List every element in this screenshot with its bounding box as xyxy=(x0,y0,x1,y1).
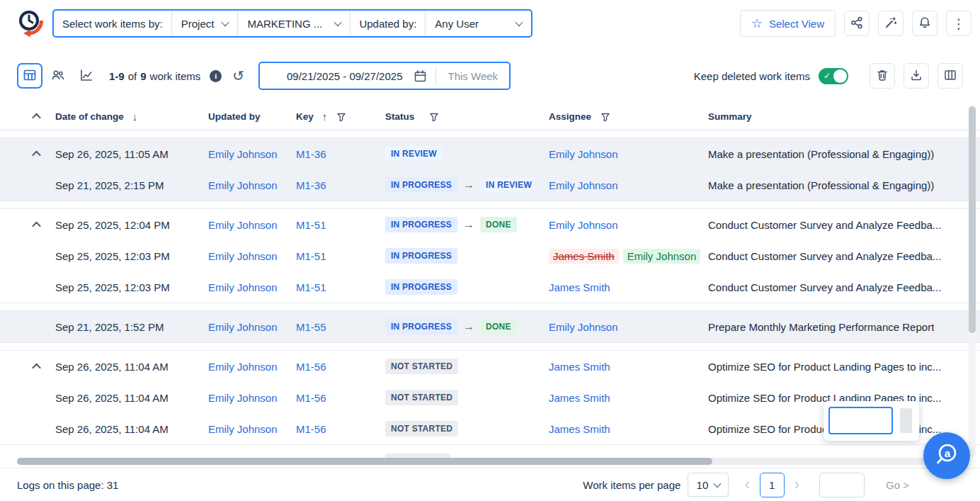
horizontal-scrollbar[interactable] xyxy=(17,458,960,465)
vertical-scrollbar[interactable] xyxy=(969,105,976,457)
project-dropdown[interactable]: MARKETING ... xyxy=(237,11,351,36)
download-icon xyxy=(910,69,923,84)
work-item-key-link[interactable]: M1-36 xyxy=(296,179,326,191)
current-page-button[interactable]: 1 xyxy=(760,473,785,497)
download-button[interactable] xyxy=(904,63,929,89)
updated-by-link[interactable]: Emily Johnson xyxy=(208,250,278,262)
filter-icon[interactable] xyxy=(429,112,439,122)
columns-icon xyxy=(944,69,957,84)
column-label: Summary xyxy=(708,111,752,122)
assignee-link[interactable]: James Smith xyxy=(549,361,610,373)
updated-by-link[interactable]: Emily Johnson xyxy=(208,148,278,160)
work-item-key-link[interactable]: M1-56 xyxy=(296,423,326,435)
row-group: Sep 21, 2025, 1:52 PMEmily JohnsonM1-55I… xyxy=(0,310,980,343)
cell-assignee: James SmithEmily Johnson xyxy=(549,249,708,264)
work-item-key-link[interactable]: M1-51 xyxy=(296,281,326,293)
share-button[interactable] xyxy=(844,11,870,36)
assignee-link[interactable]: Emily Johnson xyxy=(549,219,618,231)
updated-by-user-dropdown[interactable]: Any User xyxy=(425,11,531,36)
date-value: Sep 26, 2025, 11:05 AM xyxy=(55,148,169,160)
vertical-scrollbar-thumb[interactable] xyxy=(969,106,976,333)
assignee-link[interactable]: Emily Johnson xyxy=(549,321,618,333)
updated-by-link[interactable]: Emily Johnson xyxy=(208,423,278,435)
work-item-key-link[interactable]: M1-56 xyxy=(296,392,326,404)
row-collapse-toggle[interactable] xyxy=(17,222,55,228)
next-page-icon[interactable]: › xyxy=(794,477,799,492)
cell-summary: Conduct Customer Survey and Analyze Feed… xyxy=(708,219,980,231)
assistant-fab-button[interactable]: a xyxy=(923,432,970,479)
summary-text: Make a presentation (Professional & Enga… xyxy=(708,148,934,160)
calendar-icon[interactable] xyxy=(414,69,427,83)
prev-page-icon[interactable]: ‹ xyxy=(744,477,749,492)
collapse-all-cell[interactable] xyxy=(17,113,55,120)
assignee-link[interactable]: James Smith xyxy=(549,423,610,435)
per-page-select[interactable]: 10 xyxy=(688,473,729,497)
info-icon[interactable]: i xyxy=(210,70,222,82)
summary-text: Conduct Customer Survey and Analyze Feed… xyxy=(708,250,941,262)
pagination: ‹ 1 › Go > xyxy=(744,473,909,497)
row-collapse-toggle[interactable] xyxy=(17,364,55,370)
chart-view-button[interactable] xyxy=(74,63,99,89)
magic-wand-button[interactable] xyxy=(878,11,904,36)
date-value: Sep 26, 2025, 11:04 AM xyxy=(55,423,169,435)
horizontal-scrollbar-thumb[interactable] xyxy=(17,458,712,465)
filter-by-dropdown[interactable]: Project xyxy=(171,11,238,36)
column-label: Date of change xyxy=(55,111,124,122)
updated-by-link[interactable]: Emily Johnson xyxy=(208,361,278,373)
cell-key: M1-36 xyxy=(296,179,385,191)
table-row: Sep 26, 2025, 11:04 AMEmily JohnsonM1-56… xyxy=(0,351,980,382)
overlay-focused-box[interactable] xyxy=(828,407,893,434)
people-view-button[interactable] xyxy=(45,63,71,89)
toolbar-right-actions: Keep deleted work items ✓ xyxy=(694,63,963,89)
notifications-button[interactable] xyxy=(912,11,938,36)
cell-summary: Prepare Monthly Marketing Performance Re… xyxy=(708,321,980,333)
more-options-button[interactable]: ⋮ xyxy=(946,11,972,36)
transition-arrow-icon: → xyxy=(463,179,474,191)
date-range-value[interactable]: 09/21/2025 - 09/27/2025 xyxy=(260,70,414,82)
status-badge: DONE xyxy=(480,217,517,232)
sort-asc-icon[interactable]: ↑ xyxy=(322,111,328,123)
filter-icon[interactable] xyxy=(600,112,610,122)
updated-by-label: Updated by: xyxy=(351,18,425,30)
updated-by-user-value: Any User xyxy=(435,18,479,30)
cell-updated-by: Emily Johnson xyxy=(208,148,296,160)
columns-settings-button[interactable] xyxy=(938,63,963,89)
updated-by-link[interactable]: Emily Johnson xyxy=(208,179,278,191)
row-collapse-toggle[interactable] xyxy=(17,151,55,157)
work-item-key-link[interactable]: M1-51 xyxy=(296,250,326,262)
overlay-gray-box xyxy=(900,408,912,433)
table-view-button[interactable] xyxy=(17,63,42,89)
footer: Logs on this page: 31 Work items per pag… xyxy=(0,468,980,501)
filter-label: Select work items by: xyxy=(54,18,171,30)
work-item-key-link[interactable]: M1-55 xyxy=(296,321,326,333)
trash-icon xyxy=(876,69,889,84)
updated-by-link[interactable]: Emily Johnson xyxy=(208,281,278,293)
goto-page-input[interactable] xyxy=(819,473,865,497)
assignee-link[interactable]: James Smith xyxy=(549,281,610,293)
assignee-link[interactable]: James Smith xyxy=(549,392,610,404)
select-view-button[interactable]: ☆ Select View xyxy=(740,10,836,37)
updated-by-link[interactable]: Emily Johnson xyxy=(208,219,278,231)
cell-key: M1-51 xyxy=(296,219,385,231)
cell-date: Sep 25, 2025, 12:03 PM xyxy=(55,250,208,262)
updated-by-link[interactable]: Emily Johnson xyxy=(208,392,278,404)
work-item-key-link[interactable]: M1-56 xyxy=(296,361,326,373)
assignee-added: Emily Johnson xyxy=(623,249,701,264)
assignee-link[interactable]: Emily Johnson xyxy=(549,179,618,191)
chevron-down-icon xyxy=(515,18,523,26)
chevron-up-icon xyxy=(32,151,41,157)
refresh-history-icon[interactable]: ↺ xyxy=(232,69,244,83)
updated-by-link[interactable]: Emily Johnson xyxy=(208,321,278,333)
work-item-key-link[interactable]: M1-36 xyxy=(296,148,326,160)
go-button[interactable]: Go > xyxy=(886,479,909,491)
cell-date: Sep 26, 2025, 11:05 AM xyxy=(55,148,208,160)
work-item-key-link[interactable]: M1-51 xyxy=(296,219,326,231)
sort-desc-icon[interactable]: ↓ xyxy=(132,111,138,123)
keep-deleted-label: Keep deleted work items xyxy=(694,70,810,82)
assignee-link[interactable]: Emily Johnson xyxy=(549,148,618,160)
delete-button[interactable] xyxy=(870,63,895,89)
chevron-down-icon xyxy=(222,18,229,26)
filter-icon[interactable] xyxy=(336,112,346,122)
column-label: Updated by xyxy=(208,111,261,122)
keep-deleted-toggle[interactable]: ✓ xyxy=(819,68,848,84)
